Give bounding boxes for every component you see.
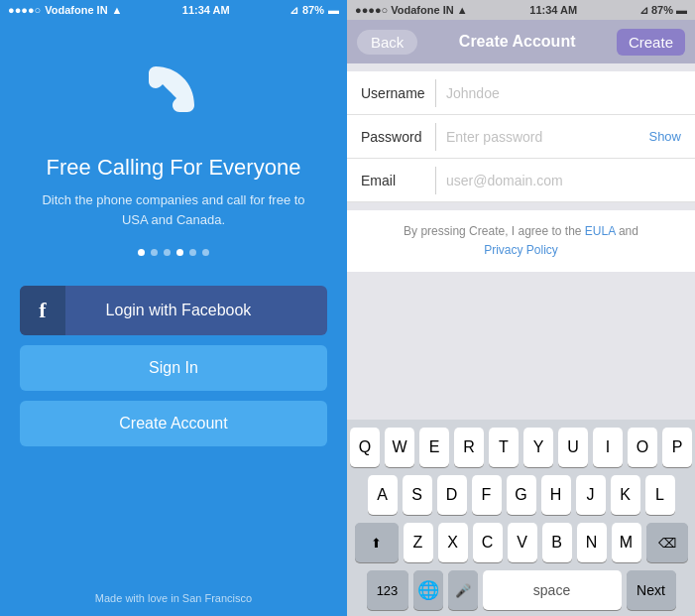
password-input[interactable] xyxy=(446,129,648,145)
backspace-key[interactable]: ⌫ xyxy=(646,523,688,562)
battery-icon-right: ▬ xyxy=(676,4,687,16)
keyboard-row-3: ⬆ Z X C V B N M ⌫ xyxy=(350,523,692,562)
right-panel: ●●●●○ Vodafone IN ▲ 11:34 AM ⊿ 87% ▬ Bac… xyxy=(347,0,695,616)
key-m[interactable]: M xyxy=(612,523,641,562)
key-b[interactable]: B xyxy=(542,523,572,562)
email-label: Email xyxy=(361,173,435,188)
login-facebook-label: Login with Facebook xyxy=(106,302,252,319)
carrier-name-left: Vodafone IN xyxy=(45,4,107,16)
key-o[interactable]: O xyxy=(628,428,657,467)
create-account-button[interactable]: Create Account xyxy=(20,401,327,446)
left-panel: ●●●●○ Vodafone IN ▲ 11:34 AM ⊿ 87% ▬ Fre… xyxy=(0,0,347,616)
password-row: Password Show xyxy=(347,115,695,159)
battery-right: ⊿ 87% ▬ xyxy=(639,4,687,17)
wifi-icon: ▲ xyxy=(112,4,123,16)
key-g[interactable]: G xyxy=(507,475,536,515)
signal-dots-right: ●●●●○ xyxy=(355,4,388,16)
key-a[interactable]: A xyxy=(368,475,398,515)
key-z[interactable]: Z xyxy=(404,523,433,562)
key-c[interactable]: C xyxy=(473,523,503,562)
key-k[interactable]: K xyxy=(611,475,640,515)
shift-key[interactable]: ⬆ xyxy=(355,523,399,562)
key-r[interactable]: R xyxy=(454,428,484,467)
key-w[interactable]: W xyxy=(385,428,414,467)
location-icon: ⊿ xyxy=(290,4,298,17)
key-n[interactable]: N xyxy=(577,523,607,562)
key-s[interactable]: S xyxy=(403,475,432,515)
username-divider xyxy=(435,79,436,107)
key-y[interactable]: Y xyxy=(523,428,553,467)
keyboard-row-bottom: 123 🌐 🎤 space Next xyxy=(350,570,692,610)
back-button[interactable]: Back xyxy=(357,30,417,55)
key-j[interactable]: J xyxy=(576,475,606,515)
username-row: Username xyxy=(347,71,695,115)
nav-title: Create Account xyxy=(459,33,576,51)
create-account-label: Create Account xyxy=(119,415,227,432)
dot-0 xyxy=(138,249,145,256)
eula-section: By pressing Create, I agree to the EULA … xyxy=(347,210,695,272)
key-q[interactable]: Q xyxy=(350,428,380,467)
time-right: 11:34 AM xyxy=(529,4,577,16)
key-i[interactable]: I xyxy=(593,428,623,467)
nav-bar: Back Create Account Create xyxy=(347,20,695,63)
dot-1 xyxy=(151,249,158,256)
privacy-policy-link[interactable]: Privacy Policy xyxy=(484,243,558,257)
carrier-right: ●●●●○ Vodafone IN ▲ xyxy=(355,4,468,16)
key-l[interactable]: L xyxy=(645,475,675,515)
battery-icon-left: ▬ xyxy=(328,4,339,16)
dot-3 xyxy=(176,249,183,256)
email-input[interactable] xyxy=(446,173,681,188)
tagline: Free Calling For Everyone xyxy=(17,155,331,181)
key-t[interactable]: T xyxy=(489,428,519,467)
mic-key[interactable]: 🎤 xyxy=(448,570,478,610)
eula-link[interactable]: EULA xyxy=(585,224,616,238)
key-x[interactable]: X xyxy=(438,523,468,562)
battery-pct-right: 87% xyxy=(651,4,673,16)
password-label: Password xyxy=(361,129,435,145)
time-left: 11:34 AM xyxy=(182,4,230,16)
carrier-name-right: Vodafone IN xyxy=(391,4,453,16)
key-e[interactable]: E xyxy=(419,428,449,467)
facebook-icon-box: f xyxy=(20,286,65,335)
keyboard-row-1: Q W E R T Y U I O P xyxy=(350,428,692,467)
phone-icon xyxy=(134,60,213,139)
username-input[interactable] xyxy=(446,85,681,101)
login-facebook-button[interactable]: f Login with Facebook xyxy=(20,286,327,335)
show-password-link[interactable]: Show xyxy=(648,129,681,144)
eula-and: and xyxy=(616,224,638,238)
key-f[interactable]: F xyxy=(472,475,502,515)
key-p[interactable]: P xyxy=(662,428,692,467)
sign-in-button[interactable]: Sign In xyxy=(20,345,327,391)
next-key[interactable]: Next xyxy=(627,570,676,610)
signal-dots: ●●●●○ xyxy=(8,4,41,16)
form-section: Username Password Show Email xyxy=(347,71,695,202)
carrier-left: ●●●●○ Vodafone IN ▲ xyxy=(8,4,122,16)
dot-2 xyxy=(164,249,171,256)
location-icon-right: ⊿ xyxy=(639,4,648,16)
dot-5 xyxy=(202,249,209,256)
numbers-key[interactable]: 123 xyxy=(367,570,408,610)
footer-text: Made with love in San Francisco xyxy=(95,592,252,604)
status-bar-right: ●●●●○ Vodafone IN ▲ 11:34 AM ⊿ 87% ▬ xyxy=(347,0,695,20)
email-row: Email xyxy=(347,159,695,202)
wifi-icon-right: ▲ xyxy=(457,4,468,16)
password-divider xyxy=(435,123,436,151)
email-divider xyxy=(435,167,436,194)
create-button[interactable]: Create xyxy=(617,29,685,56)
eula-text-start: By pressing Create, I agree to the xyxy=(404,224,585,238)
key-u[interactable]: U xyxy=(558,428,588,467)
keyboard-row-2: A S D F G H J K L xyxy=(350,475,692,515)
facebook-f-icon: f xyxy=(39,298,46,323)
key-d[interactable]: D xyxy=(437,475,467,515)
key-v[interactable]: V xyxy=(508,523,537,562)
key-h[interactable]: H xyxy=(541,475,571,515)
subtitle: Ditch the phone companies and call for f… xyxy=(0,190,347,229)
emoji-key[interactable]: 🌐 xyxy=(413,570,443,610)
page-dots xyxy=(138,249,209,256)
battery-left: ⊿ 87% ▬ xyxy=(290,4,339,17)
keyboard: Q W E R T Y U I O P A S D F G H J K L ⬆ … xyxy=(347,420,695,616)
username-label: Username xyxy=(361,85,435,101)
sign-in-label: Sign In xyxy=(149,359,198,377)
battery-pct-left: 87% xyxy=(302,4,324,16)
space-key[interactable]: space xyxy=(483,570,622,610)
